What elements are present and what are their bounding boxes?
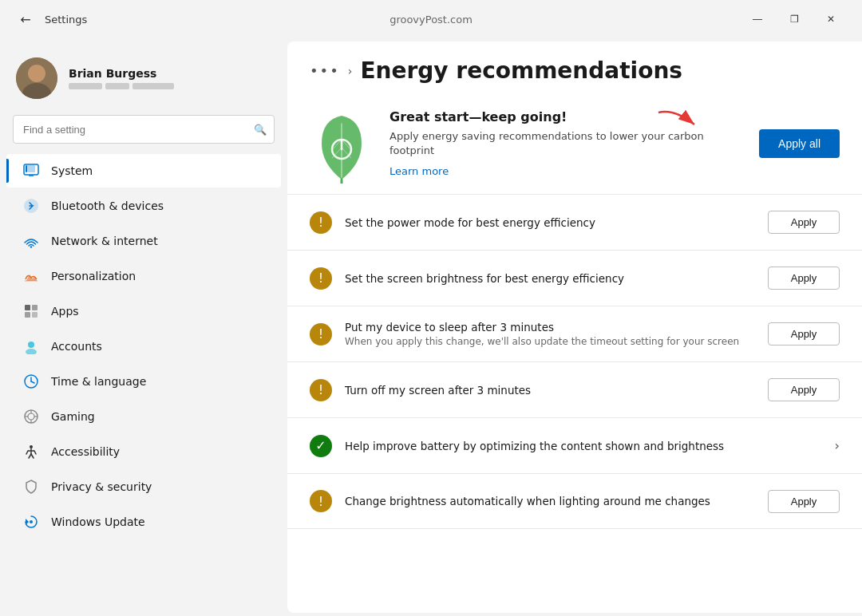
close-button[interactable]: ✕	[813, 6, 849, 32]
rec-item-power-mode: ! Set the power mode for best energy eff…	[287, 194, 862, 250]
rec-item-sleep: ! Put my device to sleep after 3 minutes…	[287, 306, 862, 361]
svg-point-14	[28, 342, 34, 348]
svg-rect-5	[26, 165, 27, 172]
chevron-right-icon: ›	[835, 438, 840, 453]
time-icon	[22, 373, 40, 390]
page-title: Energy recommendations	[360, 57, 682, 84]
sidebar-label-apps: Apps	[51, 305, 79, 318]
apply-button-sleep[interactable]: Apply	[768, 322, 840, 346]
sidebar-item-privacy[interactable]: Privacy & security	[6, 470, 281, 503]
sidebar-item-update[interactable]: Windows Update	[6, 505, 281, 539]
rec-text-power-mode: Set the power mode for best energy effic…	[345, 216, 755, 229]
warning-icon-sleep: !	[310, 323, 332, 346]
apply-button-auto-brightness[interactable]: Apply	[768, 490, 840, 513]
user-bar-1	[69, 83, 102, 89]
rec-text-battery: Help improve battery by optimizing the c…	[345, 440, 822, 452]
warning-icon-brightness: !	[310, 267, 332, 290]
rec-text-brightness: Set the screen brightness for best energ…	[345, 272, 755, 285]
user-bars	[69, 83, 174, 89]
apply-button-power-mode[interactable]: Apply	[768, 211, 840, 234]
svg-rect-11	[32, 305, 38, 310]
rec-subtitle-sleep: When you apply this change, we'll also u…	[345, 336, 755, 349]
sidebar-label-personalization: Personalization	[51, 270, 136, 282]
svg-line-18	[31, 381, 34, 383]
user-profile[interactable]: Brian Burgess	[0, 48, 287, 112]
apply-button-screen-off[interactable]: Apply	[768, 378, 840, 401]
svg-line-29	[31, 454, 34, 458]
warning-icon-auto-brightness: !	[310, 490, 332, 512]
sidebar-label-gaming: Gaming	[51, 410, 95, 423]
sidebar-label-accounts: Accounts	[51, 340, 102, 353]
sidebar-item-apps[interactable]: Apps	[6, 294, 281, 328]
rec-item-battery[interactable]: ✓ Help improve battery by optimizing the…	[287, 417, 862, 473]
svg-point-25	[30, 445, 33, 448]
accessibility-icon	[22, 443, 40, 460]
recommendations-list: ! Set the power mode for best energy eff…	[287, 194, 862, 613]
user-info: Brian Burgess	[69, 67, 174, 89]
svg-line-30	[26, 451, 28, 454]
warning-icon-power-mode: !	[310, 211, 332, 234]
sidebar-label-network: Network & internet	[51, 235, 158, 247]
svg-rect-4	[27, 165, 35, 172]
sidebar-item-time[interactable]: Time & language	[6, 365, 281, 398]
rec-text-sleep: Put my device to sleep after 3 minutes W…	[345, 321, 755, 349]
rec-title-brightness: Set the screen brightness for best energ…	[345, 272, 755, 285]
rec-item-screen-off: ! Turn off my screen after 3 minutes App…	[287, 361, 862, 417]
search-icon: 🔍	[254, 124, 267, 136]
content-panel: ••• › Energy recommendations	[287, 41, 862, 613]
personalization-icon	[22, 267, 40, 285]
sidebar-label-update: Windows Update	[51, 515, 145, 528]
apps-icon	[22, 302, 40, 320]
sidebar-label-system: System	[51, 164, 93, 177]
rec-title-screen-off: Turn off my screen after 3 minutes	[345, 384, 755, 397]
avatar	[16, 57, 57, 99]
learn-more-link[interactable]: Learn more	[389, 165, 449, 177]
svg-rect-9	[25, 280, 38, 282]
sidebar-item-personalization[interactable]: Personalization	[6, 259, 281, 293]
apply-all-button[interactable]: Apply all	[759, 129, 840, 158]
sidebar: Brian Burgess 🔍	[0, 38, 287, 616]
minimize-button[interactable]: —	[739, 6, 776, 32]
network-icon	[22, 232, 40, 250]
arrow-annotation	[650, 105, 706, 144]
breadcrumb-chevron: ›	[348, 65, 353, 77]
svg-point-20	[28, 413, 34, 420]
svg-rect-13	[32, 312, 38, 318]
search-box: 🔍	[13, 115, 275, 144]
svg-rect-10	[25, 305, 30, 310]
sidebar-label-accessibility: Accessibility	[51, 445, 120, 458]
svg-point-1	[28, 65, 45, 82]
rec-title-battery: Help improve battery by optimizing the c…	[345, 440, 822, 452]
back-button[interactable]: ←	[13, 6, 38, 32]
sidebar-label-privacy: Privacy & security	[51, 480, 152, 493]
rec-item-brightness: ! Set the screen brightness for best ene…	[287, 250, 862, 306]
user-name: Brian Burgess	[69, 67, 174, 80]
sidebar-item-network[interactable]: Network & internet	[6, 224, 281, 258]
titlebar-url: groovyPost.com	[389, 14, 473, 26]
svg-marker-32	[26, 519, 29, 525]
apply-button-brightness[interactable]: Apply	[768, 267, 840, 290]
sidebar-item-bluetooth[interactable]: Bluetooth & devices	[6, 189, 281, 223]
rec-text-screen-off: Turn off my screen after 3 minutes	[345, 384, 755, 397]
bluetooth-icon	[22, 197, 40, 215]
sidebar-item-system[interactable]: System	[6, 154, 281, 188]
sidebar-label-time: Time & language	[51, 375, 146, 388]
svg-point-8	[30, 246, 32, 247]
user-bar-2	[105, 83, 129, 89]
rec-title-sleep: Put my device to sleep after 3 minutes	[345, 321, 755, 334]
maximize-button[interactable]: ❐	[776, 6, 813, 32]
sidebar-item-accessibility[interactable]: Accessibility	[6, 435, 281, 468]
rec-item-auto-brightness: ! Change brightness automatically when l…	[287, 473, 862, 529]
sidebar-item-accounts[interactable]: Accounts	[6, 330, 281, 363]
success-icon-battery: ✓	[310, 435, 332, 457]
rec-text-auto-brightness: Change brightness automatically when lig…	[345, 495, 755, 507]
rec-title-power-mode: Set the power mode for best energy effic…	[345, 216, 755, 229]
system-icon	[22, 162, 40, 180]
svg-line-31	[34, 451, 36, 454]
svg-rect-12	[25, 312, 30, 318]
sidebar-item-gaming[interactable]: Gaming	[6, 400, 281, 433]
leaf-icon	[310, 112, 374, 176]
svg-point-15	[26, 349, 37, 354]
titlebar: ← Settings groovyPost.com — ❐ ✕	[0, 0, 862, 38]
search-input[interactable]	[13, 115, 275, 144]
